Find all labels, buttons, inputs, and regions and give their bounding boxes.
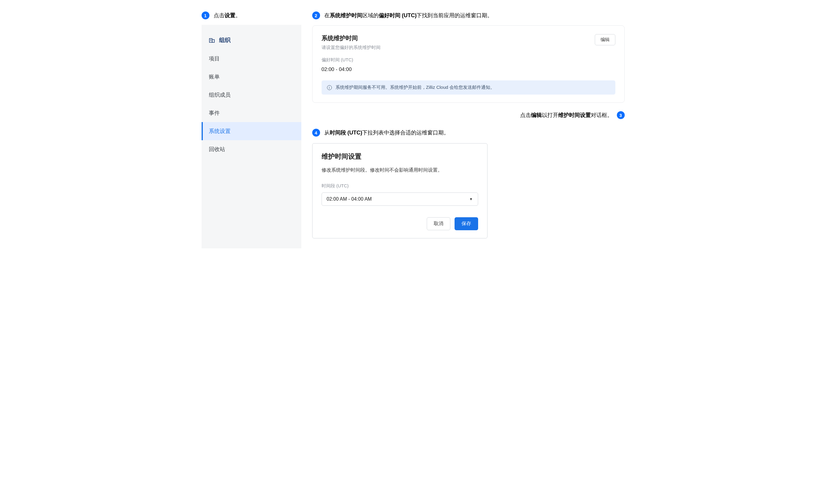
chevron-down-icon: ▼ [469, 197, 473, 201]
step-badge-4: 4 [312, 129, 320, 137]
sidebar-item-org[interactable]: 组织 [201, 31, 301, 50]
step-3-text: 点击编辑以打开维护时间设置对话框。 [520, 111, 612, 119]
time-range-select[interactable]: 02:00 AM - 04:00 AM ▼ [321, 192, 478, 206]
dialog-title: 维护时间设置 [321, 152, 478, 161]
sidebar-item-recycle[interactable]: 回收站 [201, 140, 301, 158]
dialog-description: 修改系统维护时间段。修改时间不会影响通用时间设置。 [321, 167, 478, 174]
sidebar-item-billing[interactable]: 账单 [201, 68, 301, 86]
sidebar-item-label: 系统设置 [209, 128, 231, 135]
step-badge-3: 3 [617, 111, 625, 119]
panel-title: 系统维护时间 [321, 34, 380, 42]
pref-time-value: 02:00 - 04:00 [321, 66, 615, 72]
sidebar: 组织 项目 账单 组织成员 事件 系统设置 回收站 [201, 25, 301, 248]
dialog-field-label: 时间段 (UTC) [321, 183, 478, 189]
panel-subtitle: 请设置您偏好的系统维护时间 [321, 45, 380, 51]
cancel-button[interactable]: 取消 [427, 217, 450, 230]
sidebar-item-label: 回收站 [209, 146, 225, 153]
building-icon [209, 37, 216, 43]
step-2-text: 在系统维护时间区域的偏好时间 (UTC)下找到当前应用的运维窗口期。 [324, 11, 493, 19]
step-badge-1: 1 [201, 11, 210, 19]
step-1-text: 点击设置。 [214, 11, 241, 19]
sidebar-item-label: 账单 [209, 73, 220, 80]
select-value: 02:00 AM - 04:00 AM [327, 196, 372, 202]
maintenance-dialog: 维护时间设置 修改系统维护时间段。修改时间不会影响通用时间设置。 时间段 (UT… [312, 143, 487, 238]
sidebar-org-label: 组织 [219, 36, 231, 44]
edit-button[interactable]: 编辑 [595, 34, 615, 45]
sidebar-item-system-settings[interactable]: 系统设置 [201, 122, 301, 140]
sidebar-item-label: 事件 [209, 109, 220, 117]
sidebar-item-label: 组织成员 [209, 91, 231, 99]
save-button[interactable]: 保存 [455, 217, 478, 230]
info-icon: i [327, 85, 332, 90]
sidebar-item-projects[interactable]: 项目 [201, 50, 301, 68]
svg-rect-0 [209, 39, 212, 43]
sidebar-item-events[interactable]: 事件 [201, 104, 301, 122]
maintenance-panel: 系统维护时间 请设置您偏好的系统维护时间 编辑 偏好时间 (UTC) 02:00… [312, 25, 625, 103]
sidebar-item-members[interactable]: 组织成员 [201, 86, 301, 104]
sidebar-item-label: 项目 [209, 55, 220, 62]
info-text: 系统维护期间服务不可用。系统维护开始前，Zilliz Cloud 会给您发送邮件… [336, 84, 495, 90]
svg-rect-1 [212, 40, 214, 42]
step-4-text: 从时间段 (UTC)下拉列表中选择合适的运维窗口期。 [324, 129, 450, 137]
step-badge-2: 2 [312, 11, 320, 19]
pref-time-label: 偏好时间 (UTC) [321, 57, 615, 63]
info-banner: i 系统维护期间服务不可用。系统维护开始前，Zilliz Cloud 会给您发送… [321, 80, 615, 94]
